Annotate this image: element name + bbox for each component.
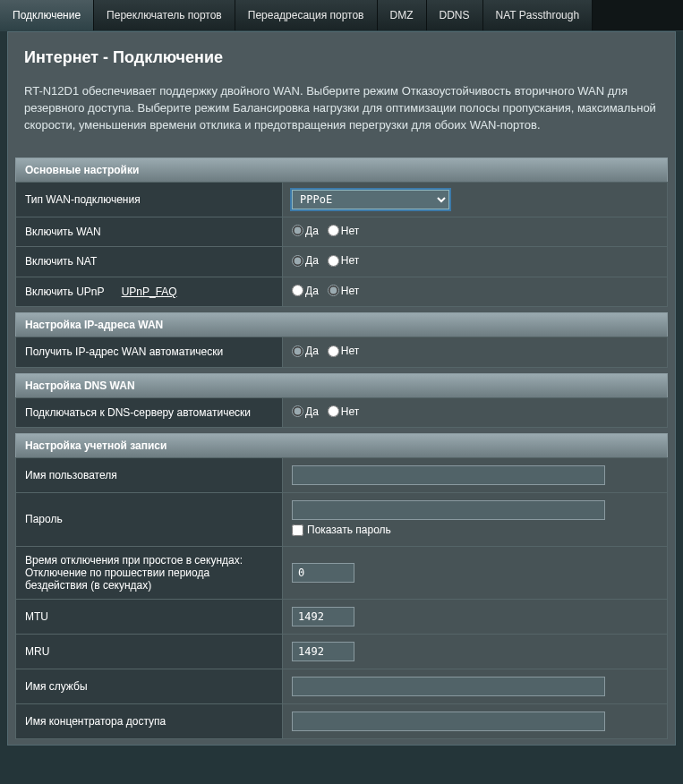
- section-account: Настройка учетной записи Имя пользовател…: [15, 433, 668, 739]
- auto-ip-label: Получить IP-адрес WAN автоматически: [16, 337, 283, 368]
- mtu-input[interactable]: [292, 607, 354, 626]
- idle-label: Время отключения при простое в секундах:…: [16, 546, 283, 599]
- enable-nat-no[interactable]: [328, 255, 339, 267]
- no-label: Нет: [341, 285, 359, 297]
- enable-wan-yes[interactable]: [292, 225, 303, 236]
- tab-connection[interactable]: Подключение: [0, 0, 94, 30]
- enable-wan-no[interactable]: [328, 225, 339, 236]
- tab-bar: Подключение Переключатель портов Переадр…: [0, 0, 683, 31]
- enable-nat-yes[interactable]: [292, 255, 303, 267]
- section-basic-header: Основные настройки: [15, 158, 668, 182]
- yes-label: Да: [305, 254, 319, 267]
- enable-upnp-no[interactable]: [328, 285, 339, 296]
- auto-ip-no[interactable]: [328, 345, 339, 357]
- page-body: Интернет - Подключение RT-N12D1 обеспечи…: [7, 31, 676, 746]
- ac-label: Имя концентратора доступа: [16, 703, 283, 738]
- auto-dns-no[interactable]: [328, 405, 339, 417]
- yes-label: Да: [305, 225, 319, 237]
- no-label: Нет: [341, 254, 359, 267]
- tab-port-forward[interactable]: Переадресация портов: [235, 0, 378, 30]
- auto-ip-yes[interactable]: [292, 345, 303, 357]
- no-label: Нет: [341, 345, 359, 357]
- tab-nat-passthrough[interactable]: NAT Passthrough: [483, 0, 593, 30]
- enable-upnp-label: Включить UPnP: [25, 285, 104, 298]
- yes-label: Да: [305, 345, 319, 357]
- upnp-faq-link[interactable]: UPnP_FAQ: [122, 285, 177, 298]
- enable-nat-label: Включить NAT: [16, 247, 283, 277]
- username-input[interactable]: [292, 465, 605, 485]
- tab-dmz[interactable]: DMZ: [378, 0, 427, 30]
- username-label: Имя пользователя: [16, 458, 283, 493]
- section-account-header: Настройка учетной записи: [15, 433, 668, 457]
- mru-label: MRU: [16, 634, 283, 669]
- page-title: Интернет - Подключение: [24, 48, 659, 67]
- enable-wan-label: Включить WAN: [16, 217, 283, 247]
- wan-type-label: Тип WAN-подключения: [16, 182, 283, 217]
- auto-dns-yes[interactable]: [292, 405, 303, 417]
- auto-dns-label: Подключаться к DNS-серверу автоматически: [16, 397, 283, 428]
- password-label: Пароль: [16, 493, 283, 547]
- no-label: Нет: [341, 405, 359, 418]
- service-label: Имя службы: [16, 669, 283, 703]
- yes-label: Да: [305, 285, 319, 297]
- show-password-label: Показать пароль: [307, 524, 391, 536]
- tab-ddns[interactable]: DDNS: [427, 0, 483, 30]
- section-dns: Настройка DNS WAN Подключаться к DNS-сер…: [15, 373, 668, 429]
- no-label: Нет: [341, 225, 359, 237]
- password-input[interactable]: [292, 500, 605, 520]
- mtu-label: MTU: [16, 599, 283, 634]
- ac-input[interactable]: [292, 712, 605, 731]
- mru-input[interactable]: [292, 642, 354, 661]
- section-wan-ip-header: Настройка IP-адреса WAN: [15, 312, 668, 337]
- show-password-checkbox[interactable]: [292, 524, 303, 536]
- wan-type-select[interactable]: PPPoE: [292, 190, 449, 209]
- section-dns-header: Настройка DNS WAN: [15, 373, 668, 397]
- idle-input[interactable]: [292, 563, 354, 583]
- yes-label: Да: [305, 405, 319, 418]
- enable-upnp-yes[interactable]: [292, 285, 303, 296]
- service-input[interactable]: [292, 677, 605, 696]
- intro-text: RT-N12D1 обеспечивает поддержку двойного…: [24, 83, 659, 134]
- section-wan-ip: Настройка IP-адреса WAN Получить IP-адре…: [15, 312, 668, 368]
- tab-port-trigger[interactable]: Переключатель портов: [94, 0, 235, 30]
- section-basic: Основные настройки Тип WAN-подключения P…: [15, 158, 668, 308]
